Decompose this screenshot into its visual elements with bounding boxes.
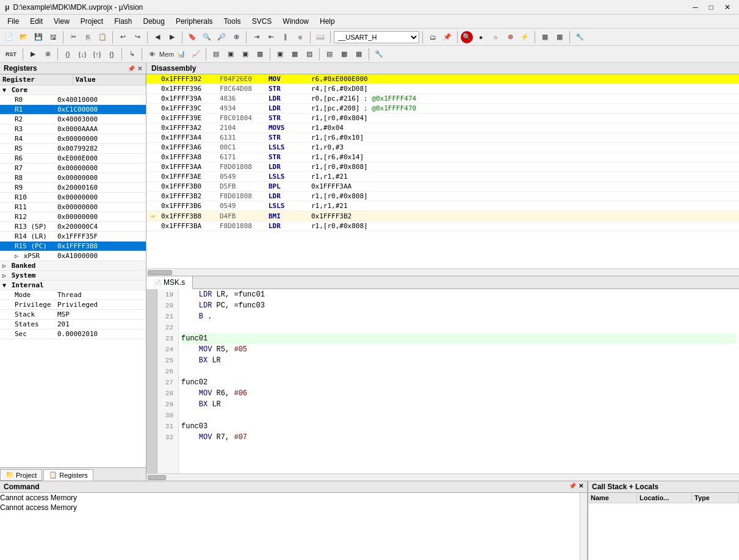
reg-section-banked[interactable]: ▷ Banked — [0, 261, 146, 271]
reg-row-privilege[interactable]: Privilege Privileged — [0, 300, 146, 310]
disasm-row-0[interactable]: 0x1FFFF392 F04F26E0 MOV r6,#0xE000E000 — [146, 74, 739, 84]
pin-icon[interactable]: 📌 — [128, 65, 135, 72]
mem-btn[interactable]: Mem — [160, 48, 173, 61]
view6-btn[interactable]: ▩ — [288, 48, 301, 61]
grid2-btn[interactable]: ▦ — [553, 31, 566, 44]
editor-hscroll-thumb[interactable] — [148, 475, 166, 480]
disasm-row-2[interactable]: 0x1FFFF39A 4836 LDR r0,[pc,#216] ; @0x1F… — [146, 94, 739, 104]
reg-section-system[interactable]: ▷ System — [0, 271, 146, 281]
browse-btn[interactable]: 📖 — [314, 31, 327, 44]
tool-btn[interactable]: 🔧 — [372, 48, 386, 61]
menu-edit[interactable]: Edit — [25, 16, 48, 27]
reg-row-sec[interactable]: Sec 0.00002010 — [0, 329, 146, 339]
uncomment-btn[interactable]: ≡ — [294, 31, 307, 44]
close-btn[interactable]: ✕ — [721, 3, 734, 12]
view7-btn[interactable]: ▨ — [303, 48, 316, 61]
find3-btn[interactable]: ⊕ — [229, 31, 243, 44]
cmd-vscroll[interactable] — [580, 493, 587, 560]
search-btn[interactable]: 🔍 — [461, 31, 473, 43]
trace-btn[interactable]: 📈 — [189, 48, 203, 61]
cut-btn[interactable]: ✂ — [67, 31, 80, 44]
disassembly-content[interactable]: 0x1FFFF392 F04F26E0 MOV r6,#0xE000E000 0… — [146, 74, 739, 268]
step-into-btn[interactable]: {↓} — [76, 48, 89, 61]
menu-tools[interactable]: Tools — [219, 16, 246, 27]
reg-row-r4[interactable]: R4 0x00000000 — [0, 134, 146, 144]
view1-btn[interactable]: ▤ — [209, 48, 223, 61]
watch-btn[interactable]: 👁 — [145, 48, 159, 61]
menu-peripherals[interactable]: Peripherals — [171, 16, 218, 27]
maximize-btn[interactable]: □ — [705, 3, 717, 12]
reg-row-r6[interactable]: R6 0xE000E000 — [0, 154, 146, 163]
grid-btn[interactable]: ▦ — [538, 31, 552, 44]
menu-debug[interactable]: Debug — [139, 16, 170, 27]
reg-row-r15[interactable]: R15 (PC) 0x1FFFF3B8 — [0, 242, 146, 251]
copy-btn[interactable]: ⎘ — [81, 31, 95, 44]
disasm-hscroll-thumb[interactable] — [148, 270, 172, 275]
tab-registers[interactable]: 📋 Registers — [43, 469, 93, 481]
step-out-btn[interactable]: {↑} — [90, 48, 104, 61]
view9-btn[interactable]: ▩ — [337, 48, 351, 61]
step-inst-btn[interactable]: {} — [105, 48, 118, 61]
reg-section-internal[interactable]: ▼ Internal — [0, 281, 146, 290]
disasm-row-5[interactable]: 0x1FFFF3A2 2104 MOVS r1,#0x04 — [146, 123, 739, 133]
editor-hscroll[interactable] — [146, 473, 739, 481]
menu-view[interactable]: View — [49, 16, 74, 27]
disasm-row-7[interactable]: 0x1FFFF3A6 00C1 LSLS r1,r0,#3 — [146, 143, 739, 153]
menu-file[interactable]: File — [2, 16, 24, 27]
nav-fwd-btn[interactable]: ▶ — [165, 31, 179, 44]
menu-help[interactable]: Help — [315, 16, 340, 27]
reg-row-stack[interactable]: Stack MSP — [0, 310, 146, 320]
view8-btn[interactable]: ▤ — [323, 48, 336, 61]
run-btn[interactable]: ● — [474, 31, 488, 44]
tab-msk-s[interactable]: 📄 MSK.s — [146, 276, 193, 289]
reg-row-states[interactable]: States 201 — [0, 320, 146, 329]
code-area[interactable]: LDR LR, =func01 LDR PC, =func03 B . func… — [179, 289, 739, 473]
debug-stop-btn[interactable]: ⊗ — [41, 48, 54, 61]
reg-row-r5[interactable]: R5 0x00799282 — [0, 144, 146, 154]
perf-btn[interactable]: 📊 — [175, 48, 188, 61]
view5-btn[interactable]: ▣ — [273, 48, 287, 61]
close-panel-icon[interactable]: ✕ — [137, 65, 142, 72]
reg-row-r8[interactable]: R8 0x00000000 — [0, 173, 146, 183]
banked-toggle[interactable]: ▷ — [2, 262, 6, 269]
reg-row-r14[interactable]: R14 (LR) 0x1FFFF35F — [0, 232, 146, 242]
undo-btn[interactable]: ↩ — [116, 31, 129, 44]
reg-row-mode[interactable]: Mode Thread — [0, 290, 146, 300]
reg-row-r12[interactable]: R12 0x00000000 — [0, 212, 146, 222]
disasm-row-6[interactable]: 0x1FFFF3A4 6131 STR r1,[r6,#0x10] — [146, 133, 739, 143]
minimize-btn[interactable]: ─ — [689, 3, 702, 12]
reg-row-r3[interactable]: R3 0x0000AAAA — [0, 124, 146, 134]
menu-project[interactable]: Project — [76, 16, 108, 27]
save-all-btn[interactable]: 🖫 — [46, 31, 60, 44]
menu-svcs[interactable]: SVCS — [247, 16, 277, 27]
reg-row-r9[interactable]: R9 0x20000160 — [0, 183, 146, 193]
comment-btn[interactable]: ∥ — [279, 31, 292, 44]
find-def-btn[interactable]: 📌 — [441, 31, 454, 44]
open-file-btn[interactable]: 📂 — [17, 31, 31, 44]
find-file-btn[interactable]: 🗂 — [426, 31, 439, 44]
disasm-hscroll[interactable] — [146, 268, 739, 276]
power-btn[interactable]: ⚡ — [518, 31, 532, 44]
bookmark-btn[interactable]: 🔖 — [186, 31, 199, 44]
stop-btn[interactable]: ○ — [489, 31, 502, 44]
disasm-row-11[interactable]: 0x1FFFF3B0 D5FB BPL 0x1FFFF3AA — [146, 182, 739, 192]
view3-btn[interactable]: ▣ — [239, 48, 252, 61]
new-file-btn[interactable]: 📄 — [2, 31, 16, 44]
reg-row-r2[interactable]: R2 0x40003000 — [0, 115, 146, 124]
tab-project[interactable]: 📁 Project — [0, 469, 42, 481]
disasm-row-4[interactable]: 0x1FFFF39E F8C01804 STR r1,[r0,#0x804] — [146, 113, 739, 123]
reg-row-r0[interactable]: R0 0x40010000 — [0, 95, 146, 105]
step-over-btn[interactable]: {} — [61, 48, 74, 61]
find2-btn[interactable]: 🔎 — [215, 31, 228, 44]
reg-row-r10[interactable]: R10 0x00000000 — [0, 193, 146, 203]
reg-row-r7[interactable]: R7 0x00000000 — [0, 163, 146, 173]
editor-content[interactable]: 19 20 21 22 23 24 25 26 27 28 29 30 31 3… — [146, 289, 739, 473]
reg-row-xpsr[interactable]: ▷ xPSR 0xA1000000 — [0, 251, 146, 261]
disasm-row-10[interactable]: 0x1FFFF3AE 0549 LSLS r1,r1,#21 — [146, 172, 739, 182]
file-combo[interactable]: __USART_H — [334, 31, 419, 43]
disasm-row-1[interactable]: 0x1FFFF396 F8C64D08 STR r4,[r6,#0xD08] — [146, 84, 739, 94]
outdent-btn[interactable]: ⇤ — [264, 31, 278, 44]
cmd-text-area[interactable]: Cannot access Memory Cannot access Memor… — [0, 493, 580, 560]
disasm-row-8[interactable]: 0x1FFFF3A8 6171 STR r1,[r6,#0x14] — [146, 153, 739, 162]
reg-section-core[interactable]: ▼ Core — [0, 85, 146, 95]
